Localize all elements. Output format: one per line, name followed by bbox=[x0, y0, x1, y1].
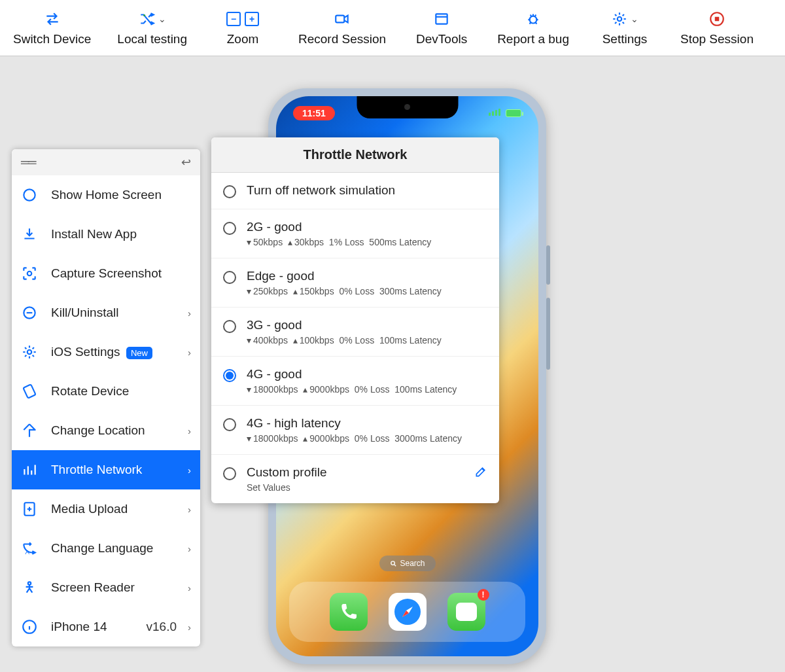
stop-session-button[interactable]: Stop Session bbox=[680, 10, 754, 46]
settings-button[interactable]: ⌄ Settings bbox=[595, 10, 654, 46]
throttle-option[interactable]: Edge - good250kbps 150kbps 0% Loss 300ms… bbox=[211, 258, 499, 308]
throttle-option[interactable]: 4G - high latency18000kbps 9000kbps 0% L… bbox=[211, 406, 499, 455]
report-bug-button[interactable]: Report a bug bbox=[497, 10, 569, 46]
sidebar-item-throttle-network[interactable]: Throttle Network › bbox=[12, 450, 200, 489]
zoom-in-button[interactable]: + bbox=[245, 12, 259, 26]
drag-handle-icon[interactable]: ══ bbox=[21, 156, 35, 169]
search-label: Search bbox=[400, 559, 425, 568]
svg-point-16 bbox=[28, 582, 31, 584]
device-info-row[interactable]: iPhone 14 v16.0 › bbox=[12, 607, 200, 646]
sidebar-icon bbox=[21, 304, 38, 321]
side-button bbox=[546, 298, 550, 370]
phone-app-icon[interactable] bbox=[330, 593, 368, 631]
chevron-right-icon: › bbox=[188, 622, 191, 633]
sidebar-item-kill-uninstall[interactable]: Kill/Uninstall › bbox=[12, 293, 200, 332]
svg-rect-6 bbox=[715, 16, 720, 21]
report-bug-label: Report a bug bbox=[497, 32, 569, 46]
sidebar-icon bbox=[21, 579, 38, 596]
devtools-button[interactable]: DevTools bbox=[412, 10, 471, 46]
sidebar-item-label: Change Language bbox=[51, 541, 191, 556]
sidebar-item-label: Throttle Network bbox=[51, 463, 191, 477]
svg-text:A: A bbox=[26, 548, 30, 556]
safari-app-icon[interactable] bbox=[389, 593, 427, 631]
throttle-network-panel: Throttle Network Turn off network simula… bbox=[211, 137, 499, 503]
sidebar-item-change-location[interactable]: Change Location › bbox=[12, 411, 200, 450]
throttle-option[interactable]: Turn off network simulation bbox=[211, 173, 499, 209]
collapse-icon[interactable]: ↩ bbox=[181, 155, 191, 169]
throttle-option-details: 50kbps 30kbps 1% Loss 500ms Latency bbox=[247, 237, 487, 247]
sidebar-item-label: Capture Screenshot bbox=[51, 266, 191, 281]
sidebar-item-show-home-screen[interactable]: Show Home Screen bbox=[12, 175, 200, 215]
throttle-option-details: 18000kbps 9000kbps 0% Loss 3000ms Latenc… bbox=[247, 433, 487, 444]
sidebar-item-label: Show Home Screen bbox=[51, 188, 191, 202]
throttle-option-details: 400kbps 100kbps 0% Loss 100ms Latency bbox=[247, 335, 487, 345]
svg-point-9 bbox=[24, 189, 35, 200]
sidebar-item-screen-reader[interactable]: Screen Reader › bbox=[12, 568, 200, 607]
radio-button[interactable] bbox=[223, 222, 236, 235]
sidebar-item-capture-screenshot[interactable]: Capture Screenshot bbox=[12, 254, 200, 293]
battery-icon bbox=[506, 109, 521, 117]
switch-device-label: Switch Device bbox=[13, 32, 91, 46]
svg-point-12 bbox=[27, 350, 32, 355]
sidebar-icon bbox=[21, 186, 38, 203]
zoom-control[interactable]: − + Zoom bbox=[213, 10, 272, 46]
devtools-label: DevTools bbox=[416, 32, 467, 46]
sidebar-icon bbox=[21, 265, 38, 282]
sidebar-header: ══ ↩ bbox=[12, 149, 200, 175]
sidebar-icon bbox=[21, 344, 38, 361]
throttle-option-title: 3G - good bbox=[247, 318, 487, 332]
local-testing-button[interactable]: ⌄ Local testing bbox=[117, 10, 187, 46]
status-bar: 11:51 bbox=[276, 103, 538, 124]
throttle-option-details: 250kbps 150kbps 0% Loss 300ms Latency bbox=[247, 286, 487, 296]
svg-point-7 bbox=[391, 561, 394, 565]
shuffle-icon bbox=[139, 10, 156, 27]
throttle-option-title: 4G - high latency bbox=[247, 416, 487, 431]
device-version: v16.0 bbox=[147, 620, 177, 634]
record-session-button[interactable]: Record Session bbox=[298, 10, 386, 46]
notification-badge: ! bbox=[478, 589, 489, 601]
zoom-label: Zoom bbox=[227, 32, 259, 46]
throttle-option[interactable]: 3G - good400kbps 100kbps 0% Loss 100ms L… bbox=[211, 308, 499, 357]
sidebar-item-change-language[interactable]: A Change Language › bbox=[12, 529, 200, 568]
info-icon bbox=[21, 618, 38, 635]
edit-icon[interactable] bbox=[474, 465, 487, 478]
status-time: 11:51 bbox=[293, 106, 335, 120]
sidebar-item-label: Install New App bbox=[51, 227, 191, 241]
svg-rect-13 bbox=[23, 384, 35, 398]
switch-device-button[interactable]: Switch Device bbox=[13, 10, 91, 46]
chevron-right-icon: › bbox=[188, 308, 191, 319]
sidebar-panel: ══ ↩ Show Home Screen Install New App Ca… bbox=[12, 149, 200, 646]
zoom-out-button[interactable]: − bbox=[226, 12, 241, 26]
throttle-option[interactable]: Custom profileSet Values bbox=[211, 455, 499, 503]
chevron-right-icon: › bbox=[188, 347, 191, 358]
sidebar-item-media-upload[interactable]: Media Upload › bbox=[12, 489, 200, 529]
top-toolbar: Switch Device ⌄ Local testing − + Zoom R… bbox=[0, 0, 785, 56]
radio-button[interactable] bbox=[223, 271, 236, 284]
radio-button[interactable] bbox=[223, 185, 236, 198]
sidebar-item-ios-settings[interactable]: iOS Settings New › bbox=[12, 332, 200, 372]
radio-button[interactable] bbox=[223, 467, 236, 480]
sidebar-icon bbox=[21, 501, 38, 518]
sidebar-item-rotate-device[interactable]: Rotate Device bbox=[12, 372, 200, 411]
svg-rect-1 bbox=[336, 15, 344, 22]
chevron-down-icon: ⌄ bbox=[631, 14, 638, 24]
radio-button[interactable] bbox=[223, 320, 236, 333]
window-icon bbox=[433, 10, 450, 27]
throttle-option-sub: Set Values bbox=[247, 482, 464, 493]
messages-app-icon[interactable]: ! bbox=[447, 593, 485, 631]
phone-handset-icon bbox=[338, 601, 359, 622]
spotlight-search[interactable]: Search bbox=[379, 556, 435, 571]
throttle-option[interactable]: 2G - good50kbps 30kbps 1% Loss 500ms Lat… bbox=[211, 209, 499, 258]
sidebar-item-label: iOS Settings New bbox=[51, 345, 191, 359]
sidebar-item-label: Change Location bbox=[51, 423, 191, 438]
chevron-right-icon: › bbox=[188, 425, 191, 436]
radio-button[interactable] bbox=[223, 418, 236, 431]
stop-session-label: Stop Session bbox=[680, 32, 754, 46]
status-battery bbox=[489, 109, 521, 118]
sidebar-item-install-new-app[interactable]: Install New App bbox=[12, 215, 200, 254]
svg-point-0 bbox=[143, 14, 145, 16]
chevron-right-icon: › bbox=[188, 465, 191, 476]
throttle-option[interactable]: 4G - good18000kbps 9000kbps 0% Loss 100m… bbox=[211, 357, 499, 406]
radio-button[interactable] bbox=[223, 369, 236, 382]
throttle-option-details: 18000kbps 9000kbps 0% Loss 100ms Latency bbox=[247, 384, 487, 395]
